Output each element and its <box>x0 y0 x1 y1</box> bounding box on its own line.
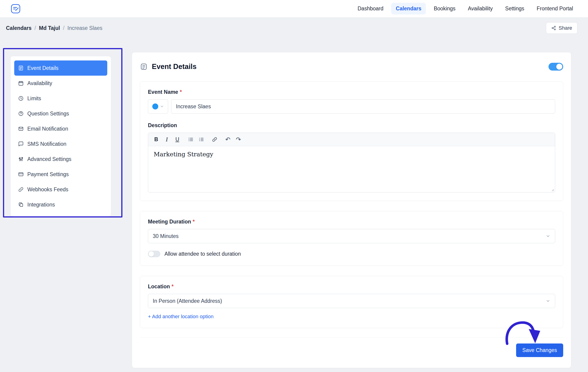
event-settings-sidebar: Event Details Availability Limits Questi… <box>10 56 111 216</box>
allow-attendee-duration-label: Allow attendee to select duration <box>164 251 241 257</box>
bold-button[interactable]: B <box>151 135 161 144</box>
app-logo[interactable] <box>10 3 21 14</box>
event-name-input[interactable] <box>171 99 555 114</box>
location-select[interactable]: In Person (Attendee Address) <box>148 294 555 308</box>
event-enabled-toggle[interactable] <box>548 63 563 71</box>
share-label: Share <box>559 25 572 31</box>
description-textarea[interactable]: Marketing Strategy <box>148 146 555 192</box>
breadcrumb: Calendars / Md Tajul / Increase Slaes <box>6 25 103 31</box>
breadcrumb-row: Calendars / Md Tajul / Increase Slaes Sh… <box>6 22 578 34</box>
nav-settings[interactable]: Settings <box>501 3 529 14</box>
envelope-icon <box>18 126 24 131</box>
top-navigation-bar: Dashboard Calendars Bookings Availabilit… <box>0 0 588 17</box>
sidebar-item-sms-notification[interactable]: SMS Notification <box>14 136 107 152</box>
nav-availability[interactable]: Availability <box>463 3 497 14</box>
top-nav: Dashboard Calendars Bookings Availabilit… <box>353 3 578 14</box>
event-details-panel: Event Details Event Name* Description B <box>132 52 571 368</box>
sidebar-item-limits[interactable]: Limits <box>14 91 107 106</box>
page-content: Calendars / Md Tajul / Increase Slaes Sh… <box>0 17 588 372</box>
calendar-icon <box>18 80 24 86</box>
chevron-down-icon <box>160 104 164 109</box>
required-mark: * <box>172 284 174 290</box>
toggle-knob <box>149 251 154 257</box>
event-name-row <box>148 99 555 114</box>
allow-attendee-duration-toggle[interactable] <box>148 251 160 257</box>
breadcrumb-host[interactable]: Md Tajul <box>39 25 60 31</box>
sidebar-item-payment-settings[interactable]: Payment Settings <box>14 167 107 182</box>
bullet-list-button[interactable] <box>186 135 195 144</box>
save-changes-button[interactable]: Save Changes <box>516 343 563 357</box>
document-icon <box>18 65 24 71</box>
sidebar-item-label: Limits <box>27 95 41 102</box>
italic-button[interactable]: I <box>162 135 172 144</box>
event-name-label: Event Name* <box>148 89 555 95</box>
sidebar-item-label: Webhooks Feeds <box>27 186 68 193</box>
sliders-icon <box>18 156 24 162</box>
ordered-list-icon: 123 <box>199 137 204 142</box>
sidebar-item-availability[interactable]: Availability <box>14 76 107 91</box>
undo-button[interactable]: ↶ <box>223 135 233 144</box>
meeting-duration-label: Meeting Duration* <box>148 219 555 225</box>
sidebar-item-label: Email Notification <box>27 126 68 132</box>
breadcrumb-separator: / <box>34 25 36 31</box>
meeting-duration-section: Meeting Duration* 30 Minutes Allow atten… <box>140 211 563 266</box>
breadcrumb-current-event: Increase Slaes <box>68 25 103 31</box>
svg-text:3: 3 <box>199 140 200 142</box>
sidebar-item-label: Advanced Settings <box>27 156 72 162</box>
breadcrumb-calendars[interactable]: Calendars <box>6 25 32 31</box>
sidebar-item-event-details[interactable]: Event Details <box>14 60 107 76</box>
sidebar-item-label: SMS Notification <box>27 141 66 147</box>
clock-icon <box>18 96 24 101</box>
required-mark: * <box>180 89 182 95</box>
link-icon <box>212 137 217 142</box>
link-button[interactable] <box>210 135 219 144</box>
location-value: In Person (Attendee Address) <box>153 298 222 304</box>
sidebar-item-integrations[interactable]: Integrations <box>14 197 107 212</box>
location-label: Location* <box>148 284 555 290</box>
meeting-duration-select[interactable]: 30 Minutes <box>148 229 555 243</box>
credit-card-icon <box>18 172 24 177</box>
sidebar-item-advanced-settings[interactable]: Advanced Settings <box>14 152 107 167</box>
sidebar-item-webhooks-feeds[interactable]: Webhooks Feeds <box>14 182 107 197</box>
event-color-select[interactable] <box>148 99 168 114</box>
sidebar-item-email-notification[interactable]: Email Notification <box>14 121 107 136</box>
page-title: Event Details <box>152 63 197 71</box>
sidebar-item-label: Integrations <box>27 202 55 208</box>
editor-toolbar: B I U 123 ↶ ↷ <box>148 133 555 146</box>
description-editor: B I U 123 ↶ ↷ <box>148 133 555 192</box>
nav-bookings[interactable]: Bookings <box>429 3 460 14</box>
chevron-down-icon <box>546 234 550 238</box>
panel-header: Event Details <box>140 52 563 71</box>
resize-handle[interactable] <box>551 188 554 192</box>
sidebar-item-label: Question Settings <box>27 110 69 117</box>
meeting-duration-value: 30 Minutes <box>153 233 179 239</box>
nav-dashboard[interactable]: Dashboard <box>353 3 388 14</box>
breadcrumb-separator: / <box>63 25 64 31</box>
add-location-link[interactable]: + Add another location option <box>148 314 214 320</box>
bullet-list-icon <box>188 137 193 142</box>
question-icon <box>18 111 24 116</box>
nav-calendars[interactable]: Calendars <box>391 3 426 14</box>
sidebar-item-label: Event Details <box>27 65 59 71</box>
panel-footer: Save Changes <box>140 337 563 357</box>
description-label: Description <box>148 122 555 129</box>
share-button[interactable]: Share <box>546 22 578 34</box>
chevron-down-icon <box>546 299 550 303</box>
redo-button[interactable]: ↷ <box>234 135 243 144</box>
nav-frontend-portal[interactable]: Frontend Portal <box>532 3 578 14</box>
sidebar-item-label: Payment Settings <box>27 171 69 177</box>
event-name-section: Event Name* Description B I U <box>140 81 563 201</box>
ordered-list-button[interactable]: 123 <box>196 135 206 144</box>
event-color-dot <box>152 103 158 109</box>
location-section: Location* In Person (Attendee Address) +… <box>140 276 563 328</box>
required-mark: * <box>193 219 195 225</box>
message-icon <box>18 141 24 147</box>
underline-button[interactable]: U <box>172 135 182 144</box>
layers-icon <box>18 202 24 207</box>
attendee-duration-toggle-row: Allow attendee to select duration <box>148 251 555 257</box>
sidebar-item-question-settings[interactable]: Question Settings <box>14 106 107 121</box>
calendar-pencil-icon <box>10 3 21 14</box>
link-icon <box>18 187 24 192</box>
description-content: Marketing Strategy <box>154 151 549 158</box>
share-icon <box>551 25 556 31</box>
